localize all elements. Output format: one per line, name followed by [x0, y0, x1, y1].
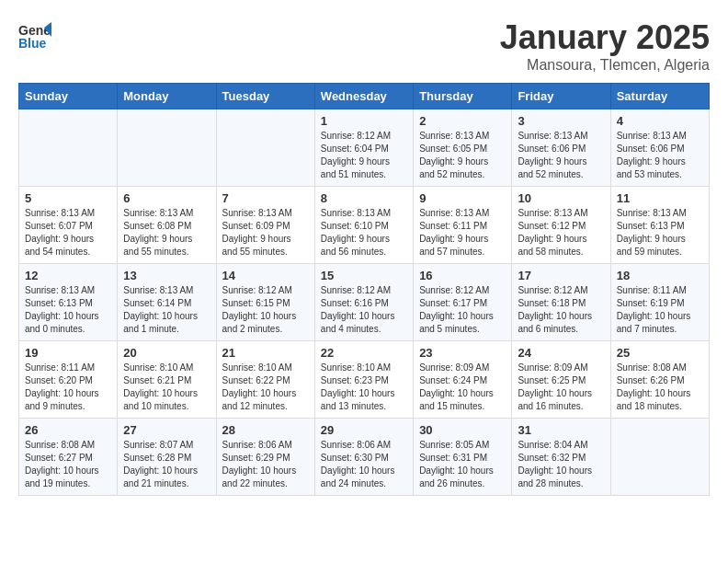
- day-number: 10: [518, 191, 604, 205]
- location-subtitle: Mansoura, Tlemcen, Algeria: [500, 57, 710, 74]
- calendar-cell: 18Sunrise: 8:11 AM Sunset: 6:19 PM Dayli…: [610, 264, 709, 341]
- calendar-cell: 20Sunrise: 8:10 AM Sunset: 6:21 PM Dayli…: [118, 341, 216, 419]
- day-number: 13: [123, 269, 210, 282]
- day-number: 31: [518, 423, 604, 437]
- calendar-cell: 29Sunrise: 8:06 AM Sunset: 6:30 PM Dayli…: [314, 419, 413, 496]
- day-number: 28: [222, 423, 309, 437]
- calendar-cell: 27Sunrise: 8:07 AM Sunset: 6:28 PM Dayli…: [118, 419, 216, 496]
- logo-icon: General Blue: [18, 18, 51, 52]
- day-number: 16: [419, 269, 506, 282]
- calendar-cell: 31Sunrise: 8:04 AM Sunset: 6:32 PM Dayli…: [512, 419, 610, 496]
- day-number: 27: [123, 423, 210, 437]
- cell-text: Sunrise: 8:05 AM Sunset: 6:31 PM Dayligh…: [419, 439, 506, 490]
- day-number: 21: [222, 346, 309, 360]
- header-thursday: Thursday: [414, 84, 512, 109]
- calendar-cell: 2Sunrise: 8:13 AM Sunset: 6:05 PM Daylig…: [414, 109, 512, 187]
- calendar-cell: 13Sunrise: 8:13 AM Sunset: 6:14 PM Dayli…: [118, 264, 216, 341]
- cell-text: Sunrise: 8:13 AM Sunset: 6:13 PM Dayligh…: [25, 284, 111, 336]
- day-number: 20: [123, 346, 210, 360]
- cell-text: Sunrise: 8:12 AM Sunset: 6:04 PM Dayligh…: [321, 130, 407, 181]
- day-number: 8: [321, 191, 407, 205]
- cell-text: Sunrise: 8:13 AM Sunset: 6:05 PM Dayligh…: [419, 130, 506, 181]
- calendar-cell: 23Sunrise: 8:09 AM Sunset: 6:24 PM Dayli…: [414, 341, 512, 419]
- week-row-1: 1Sunrise: 8:12 AM Sunset: 6:04 PM Daylig…: [19, 109, 710, 187]
- calendar-cell: 16Sunrise: 8:12 AM Sunset: 6:17 PM Dayli…: [414, 264, 512, 341]
- cell-text: Sunrise: 8:04 AM Sunset: 6:32 PM Dayligh…: [518, 439, 604, 490]
- day-number: 6: [123, 191, 210, 205]
- day-number: 9: [419, 191, 506, 205]
- logo: General Blue: [18, 18, 55, 52]
- calendar-cell: 4Sunrise: 8:13 AM Sunset: 6:06 PM Daylig…: [610, 109, 709, 187]
- cell-text: Sunrise: 8:12 AM Sunset: 6:15 PM Dayligh…: [222, 284, 309, 336]
- calendar-cell: 30Sunrise: 8:05 AM Sunset: 6:31 PM Dayli…: [414, 419, 512, 496]
- day-number: 17: [518, 269, 604, 282]
- calendar-cell: 24Sunrise: 8:09 AM Sunset: 6:25 PM Dayli…: [512, 341, 610, 419]
- cell-text: Sunrise: 8:13 AM Sunset: 6:06 PM Dayligh…: [518, 130, 604, 181]
- cell-text: Sunrise: 8:06 AM Sunset: 6:30 PM Dayligh…: [321, 439, 407, 490]
- cell-text: Sunrise: 8:08 AM Sunset: 6:26 PM Dayligh…: [617, 362, 703, 413]
- cell-text: Sunrise: 8:13 AM Sunset: 6:13 PM Dayligh…: [617, 207, 703, 259]
- calendar-cell: 22Sunrise: 8:10 AM Sunset: 6:23 PM Dayli…: [314, 341, 413, 419]
- cell-text: Sunrise: 8:11 AM Sunset: 6:19 PM Dayligh…: [617, 284, 703, 336]
- cell-text: Sunrise: 8:12 AM Sunset: 6:17 PM Dayligh…: [419, 284, 506, 336]
- header-tuesday: Tuesday: [216, 84, 314, 109]
- day-number: 11: [617, 191, 703, 205]
- calendar-cell: 21Sunrise: 8:10 AM Sunset: 6:22 PM Dayli…: [216, 341, 314, 419]
- title-block: January 2025 Mansoura, Tlemcen, Algeria: [500, 18, 710, 74]
- header-friday: Friday: [512, 84, 610, 109]
- header-saturday: Saturday: [610, 84, 709, 109]
- cell-text: Sunrise: 8:13 AM Sunset: 6:07 PM Dayligh…: [25, 207, 111, 259]
- cell-text: Sunrise: 8:10 AM Sunset: 6:23 PM Dayligh…: [321, 362, 407, 413]
- month-title: January 2025: [500, 18, 710, 57]
- day-number: 30: [419, 423, 506, 437]
- calendar-cell: 9Sunrise: 8:13 AM Sunset: 6:11 PM Daylig…: [414, 187, 512, 264]
- day-number: 29: [321, 423, 407, 437]
- calendar-table: SundayMondayTuesdayWednesdayThursdayFrid…: [18, 83, 710, 496]
- header-wednesday: Wednesday: [314, 84, 413, 109]
- cell-text: Sunrise: 8:13 AM Sunset: 6:12 PM Dayligh…: [518, 207, 604, 259]
- cell-text: Sunrise: 8:12 AM Sunset: 6:18 PM Dayligh…: [518, 284, 604, 336]
- calendar-cell: 6Sunrise: 8:13 AM Sunset: 6:08 PM Daylig…: [118, 187, 216, 264]
- week-row-2: 5Sunrise: 8:13 AM Sunset: 6:07 PM Daylig…: [19, 187, 710, 264]
- cell-text: Sunrise: 8:13 AM Sunset: 6:14 PM Dayligh…: [123, 284, 210, 336]
- calendar-cell: 5Sunrise: 8:13 AM Sunset: 6:07 PM Daylig…: [19, 187, 118, 264]
- header-sunday: Sunday: [19, 84, 118, 109]
- calendar-cell: 12Sunrise: 8:13 AM Sunset: 6:13 PM Dayli…: [19, 264, 118, 341]
- day-number: 26: [25, 423, 111, 437]
- calendar-cell: [610, 419, 709, 496]
- cell-text: Sunrise: 8:09 AM Sunset: 6:24 PM Dayligh…: [419, 362, 506, 413]
- calendar-cell: 14Sunrise: 8:12 AM Sunset: 6:15 PM Dayli…: [216, 264, 314, 341]
- calendar-cell: 15Sunrise: 8:12 AM Sunset: 6:16 PM Dayli…: [314, 264, 413, 341]
- week-row-5: 26Sunrise: 8:08 AM Sunset: 6:27 PM Dayli…: [19, 419, 710, 496]
- week-row-3: 12Sunrise: 8:13 AM Sunset: 6:13 PM Dayli…: [19, 264, 710, 341]
- day-number: 22: [321, 346, 407, 360]
- calendar-cell: 8Sunrise: 8:13 AM Sunset: 6:10 PM Daylig…: [314, 187, 413, 264]
- calendar-cell: 28Sunrise: 8:06 AM Sunset: 6:29 PM Dayli…: [216, 419, 314, 496]
- cell-text: Sunrise: 8:13 AM Sunset: 6:11 PM Dayligh…: [419, 207, 506, 259]
- day-number: 5: [25, 191, 111, 205]
- cell-text: Sunrise: 8:08 AM Sunset: 6:27 PM Dayligh…: [25, 439, 111, 490]
- cell-text: Sunrise: 8:13 AM Sunset: 6:06 PM Dayligh…: [617, 130, 703, 181]
- cell-text: Sunrise: 8:09 AM Sunset: 6:25 PM Dayligh…: [518, 362, 604, 413]
- day-number: 1: [321, 114, 407, 128]
- cell-text: Sunrise: 8:13 AM Sunset: 6:09 PM Dayligh…: [222, 207, 309, 259]
- day-number: 2: [419, 114, 506, 128]
- cell-text: Sunrise: 8:10 AM Sunset: 6:22 PM Dayligh…: [222, 362, 309, 413]
- day-number: 3: [518, 114, 604, 128]
- header-monday: Monday: [118, 84, 216, 109]
- cell-text: Sunrise: 8:13 AM Sunset: 6:08 PM Dayligh…: [123, 207, 210, 259]
- calendar-cell: 1Sunrise: 8:12 AM Sunset: 6:04 PM Daylig…: [314, 109, 413, 187]
- calendar-cell: 19Sunrise: 8:11 AM Sunset: 6:20 PM Dayli…: [19, 341, 118, 419]
- week-row-4: 19Sunrise: 8:11 AM Sunset: 6:20 PM Dayli…: [19, 341, 710, 419]
- day-number: 23: [419, 346, 506, 360]
- cell-text: Sunrise: 8:10 AM Sunset: 6:21 PM Dayligh…: [123, 362, 210, 413]
- day-number: 25: [617, 346, 703, 360]
- calendar-cell: 26Sunrise: 8:08 AM Sunset: 6:27 PM Dayli…: [19, 419, 118, 496]
- page-header: General Blue January 2025 Mansoura, Tlem…: [18, 18, 710, 74]
- day-number: 14: [222, 269, 309, 282]
- cell-text: Sunrise: 8:13 AM Sunset: 6:10 PM Dayligh…: [321, 207, 407, 259]
- calendar-cell: 3Sunrise: 8:13 AM Sunset: 6:06 PM Daylig…: [512, 109, 610, 187]
- day-number: 24: [518, 346, 604, 360]
- day-number: 19: [25, 346, 111, 360]
- day-number: 12: [25, 269, 111, 282]
